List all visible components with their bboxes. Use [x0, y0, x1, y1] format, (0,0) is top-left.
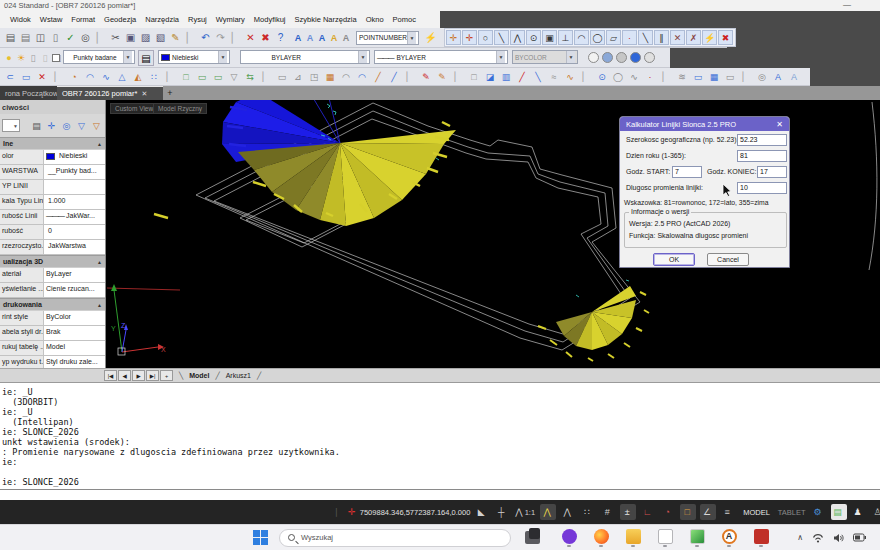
menu-item[interactable]: Geodezja: [100, 13, 140, 26]
snap-quadrant-icon[interactable]: ◯: [590, 30, 605, 45]
arc-blue-icon[interactable]: ◠: [354, 69, 370, 84]
battery-icon[interactable]: [853, 533, 866, 542]
tab-current-drawing[interactable]: OBR7 260126 pomiar* ✕: [57, 86, 163, 100]
close-icon[interactable]: ✕: [141, 90, 147, 98]
triangle-icon[interactable]: △: [114, 69, 130, 84]
print-icon[interactable]: ▤: [3, 30, 18, 46]
tab-model[interactable]: Model: [183, 372, 215, 379]
union-icon[interactable]: ▽: [226, 69, 242, 84]
property-row[interactable]: olor Niebieski: [0, 150, 105, 165]
sun-ruler-dialog[interactable]: Kalkulator Linijki Slonca 2.5 PRO ✕ Szer…: [619, 116, 790, 268]
text-size-icon[interactable]: A: [304, 30, 316, 46]
snap-grid-icon[interactable]: ∷: [580, 504, 596, 520]
snap-nearest-icon[interactable]: ·: [622, 30, 637, 45]
section-3d-visualization[interactable]: ualizacja 3D ▲: [0, 255, 105, 268]
volume-icon[interactable]: [833, 533, 844, 543]
render-shaded-icon[interactable]: [630, 52, 641, 63]
filter-multi-icon[interactable]: ▽: [90, 119, 103, 132]
cancel-button[interactable]: Cancel: [707, 253, 749, 266]
gradient-icon[interactable]: ◪: [482, 69, 498, 84]
ellipse-icon[interactable]: ◯: [610, 69, 626, 84]
layer-freeze-icon[interactable]: ▯: [27, 50, 39, 66]
select-objects-icon[interactable]: ✛: [45, 119, 58, 132]
property-row[interactable]: rzezroczysto... JakWarstwa: [0, 240, 105, 255]
text-italic-icon[interactable]: A: [340, 30, 352, 46]
property-row[interactable]: yświetlanie ... Cienie rzucan...: [0, 283, 105, 298]
app-firefox[interactable]: [590, 526, 612, 550]
annotation-scale[interactable]: ⋀ 1:1: [514, 504, 536, 520]
property-row[interactable]: rubość 0: [0, 225, 105, 240]
sketch-icon[interactable]: ✎: [434, 69, 450, 84]
tablet-label[interactable]: TABLET: [775, 504, 807, 520]
property-row[interactable]: rubość Linii ——— JakWar...: [0, 210, 105, 225]
cut-icon[interactable]: ✂: [108, 30, 123, 46]
property-value[interactable]: Niebieski: [44, 150, 105, 164]
section-icon[interactable]: ◳: [306, 69, 322, 84]
menu-item[interactable]: Modyfikuj: [250, 13, 290, 26]
snap-center-icon[interactable]: ⊙: [526, 30, 541, 45]
otrack-icon[interactable]: ∠: [700, 504, 716, 520]
property-value[interactable]: ——— JakWar...: [44, 210, 105, 224]
color-wheel-icon[interactable]: ◔: [66, 69, 82, 84]
block-icon[interactable]: ▭: [722, 69, 738, 84]
square-icon[interactable]: □: [466, 69, 482, 84]
menu-item[interactable]: Format: [67, 13, 99, 26]
snap-tangent-icon[interactable]: ◠: [574, 30, 589, 45]
command-line-panel[interactable]: ie: _U (3DORBIT)ie: _U (Intellipan)ie: S…: [0, 382, 880, 500]
property-value[interactable]: Cienie rzucan...: [44, 283, 105, 297]
annotation-visibility-icon[interactable]: ⋀: [540, 504, 556, 520]
snap-none-icon[interactable]: ✕: [670, 30, 685, 45]
hatch-icon[interactable]: ▦: [322, 69, 338, 84]
separator[interactable]: ▏: [578, 69, 594, 84]
wifi-icon[interactable]: [812, 533, 824, 543]
circle-icon[interactable]: ⊙: [594, 69, 610, 84]
delete-icon[interactable]: ✖: [258, 30, 273, 46]
arc-segment-icon[interactable]: ◠: [338, 69, 354, 84]
menu-item[interactable]: Okno: [362, 13, 388, 26]
text-align-icon[interactable]: A: [316, 30, 328, 46]
lineweight-icon[interactable]: ≡: [720, 504, 736, 520]
format-painter-icon[interactable]: ✎: [168, 30, 183, 46]
swap-icon[interactable]: ⇆: [242, 69, 258, 84]
menu-item[interactable]: Rysuj: [184, 13, 211, 26]
leader-icon[interactable]: ╱: [514, 69, 530, 84]
app-file-explorer[interactable]: [622, 526, 644, 550]
modify-icon[interactable]: ⊂: [2, 69, 18, 84]
property-row[interactable]: abela styli dr.. Brak: [0, 326, 105, 341]
extrude-icon[interactable]: ▭: [210, 69, 226, 84]
menu-item[interactable]: Narzędzia: [141, 13, 183, 26]
multiline-icon[interactable]: ≋: [674, 69, 690, 84]
region-icon[interactable]: □: [178, 69, 194, 84]
table-icon[interactable]: ▦: [706, 69, 722, 84]
separator[interactable]: ▏: [402, 69, 418, 84]
layer-on-icon[interactable]: ●: [3, 50, 15, 66]
tray-chevron-icon[interactable]: ∧: [797, 533, 803, 542]
erase-icon[interactable]: ✕: [243, 30, 258, 46]
box-icon[interactable]: ▭: [194, 69, 210, 84]
publish-icon[interactable]: ▯: [48, 30, 63, 46]
new-tab-button[interactable]: +: [163, 86, 177, 100]
user-icon[interactable]: ♙: [871, 504, 880, 520]
express-tools-icon[interactable]: ⚡: [423, 30, 438, 46]
property-value[interactable]: [44, 180, 105, 194]
menu-item[interactable]: Szybkie Narzędzia: [291, 13, 361, 26]
xline-icon[interactable]: ╱: [386, 69, 402, 84]
snap-midpoint-icon[interactable]: ╲: [494, 30, 509, 45]
color-combo[interactable]: Niebieski ▼: [158, 50, 230, 64]
app-clipchamp[interactable]: [558, 526, 580, 550]
ray-length-field[interactable]: 10: [737, 182, 787, 194]
help-icon[interactable]: ?: [273, 30, 288, 46]
quick-select-icon[interactable]: ▤: [30, 119, 43, 132]
erase-icon[interactable]: ✕: [34, 69, 50, 84]
filter-blue-icon[interactable]: ▽: [75, 119, 88, 132]
freehand-icon[interactable]: ∿: [626, 69, 642, 84]
render-flat-icon[interactable]: [588, 52, 599, 63]
snap-apparent-icon[interactable]: ╲: [638, 30, 653, 45]
osnap-icon[interactable]: □: [680, 504, 696, 520]
users-icon[interactable]: ♟: [851, 504, 867, 520]
ok-button[interactable]: OK: [653, 253, 695, 266]
isoplane-icon[interactable]: ◣: [474, 504, 490, 520]
property-row[interactable]: kala Typu Linii 1.000: [0, 195, 105, 210]
render-wireframe-icon[interactable]: [644, 52, 655, 63]
crosshair-icon[interactable]: ┼: [494, 504, 510, 520]
